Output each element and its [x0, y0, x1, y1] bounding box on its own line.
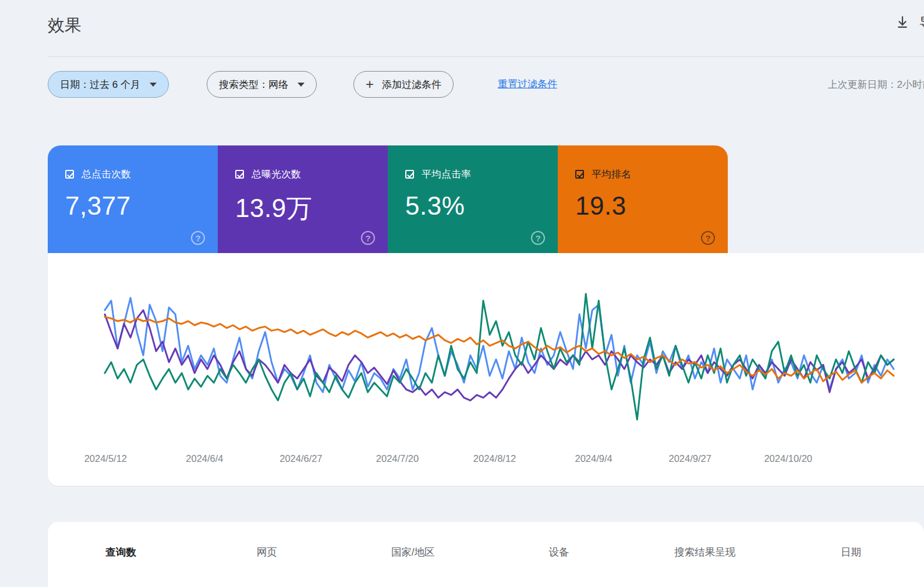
date-filter-chip[interactable]: 日期：过去 6 个月 — [48, 71, 169, 98]
dimensions-table-card: 查询数 网页 国家/地区 设备 搜索结果呈现 日期 — [48, 522, 924, 587]
tab-countries[interactable]: 国家/地区 — [340, 545, 486, 559]
x-tick-label: 2024/7/20 — [376, 453, 419, 464]
metric-value: 7,377 — [65, 191, 218, 220]
chart-x-axis: 2024/5/12 2024/6/4 2024/6/27 2024/7/20 2… — [48, 453, 924, 471]
filter-bar: 日期：过去 6 个月 搜索类型：网络 + 添加过滤条件 重置过滤条件 上次更新日… — [48, 71, 924, 98]
export-label[interactable]: 导 — [919, 14, 924, 31]
metric-value: 5.3% — [405, 191, 558, 220]
metric-cards-row: 总点击次数 7,377 ? 总曝光次数 13.9万 ? 平均点击率 5.3% ?… — [48, 145, 728, 253]
export-area: 导 — [895, 14, 924, 31]
tab-pages[interactable]: 网页 — [194, 545, 340, 559]
help-icon[interactable]: ? — [191, 231, 205, 245]
performance-chart-card: 2024/5/12 2024/6/4 2024/6/27 2024/7/20 2… — [48, 253, 924, 486]
help-icon[interactable]: ? — [361, 231, 375, 245]
checkbox-checked-icon[interactable] — [405, 170, 414, 179]
download-icon[interactable] — [895, 15, 910, 30]
metric-label: 总曝光次数 — [252, 168, 301, 181]
plus-icon: + — [366, 76, 374, 93]
x-tick-label: 2024/10/20 — [764, 453, 812, 464]
help-icon[interactable]: ? — [701, 231, 715, 245]
help-icon[interactable]: ? — [531, 231, 545, 245]
checkbox-checked-icon[interactable] — [575, 170, 584, 179]
date-filter-label: 日期：过去 6 个月 — [60, 78, 140, 91]
last-updated-text: 上次更新日期：2小时前 — [828, 78, 924, 91]
search-type-filter-label: 搜索类型：网络 — [219, 78, 288, 91]
tab-search-appearance[interactable]: 搜索结果呈现 — [632, 545, 778, 559]
metric-card-position[interactable]: 平均排名 19.3 ? — [558, 145, 728, 253]
chevron-down-icon — [298, 83, 305, 87]
performance-chart-svg[interactable] — [48, 265, 924, 451]
tab-dates[interactable]: 日期 — [778, 545, 924, 559]
checkbox-checked-icon[interactable] — [235, 170, 244, 179]
tab-queries[interactable]: 查询数 — [48, 545, 194, 559]
metric-label: 平均排名 — [592, 168, 631, 181]
chevron-down-icon — [150, 83, 157, 87]
metric-card-impressions[interactable]: 总曝光次数 13.9万 ? — [218, 145, 388, 253]
x-tick-label: 2024/9/4 — [575, 453, 612, 464]
x-tick-label: 2024/6/4 — [186, 453, 223, 464]
metric-card-ctr[interactable]: 平均点击率 5.3% ? — [388, 145, 558, 253]
dimension-tabs: 查询数 网页 国家/地区 设备 搜索结果呈现 日期 — [48, 522, 924, 559]
metric-value: 13.9万 — [235, 191, 388, 226]
chart-line-2 — [105, 294, 894, 419]
checkbox-checked-icon[interactable] — [65, 170, 74, 179]
search-type-filter-chip[interactable]: 搜索类型：网络 — [207, 71, 317, 98]
x-tick-label: 2024/6/27 — [279, 453, 322, 464]
chart-line-1 — [105, 310, 894, 400]
metric-value: 19.3 — [575, 191, 728, 220]
metric-card-clicks[interactable]: 总点击次数 7,377 ? — [48, 145, 218, 253]
add-filter-label: 添加过滤条件 — [382, 78, 441, 91]
x-tick-label: 2024/9/27 — [668, 453, 711, 464]
metric-label: 总点击次数 — [82, 168, 131, 181]
x-tick-label: 2024/8/12 — [473, 453, 516, 464]
add-filter-chip[interactable]: + 添加过滤条件 — [353, 71, 454, 98]
metric-label: 平均点击率 — [422, 168, 471, 181]
tab-devices[interactable]: 设备 — [486, 545, 632, 559]
x-tick-label: 2024/5/12 — [84, 453, 127, 464]
header-divider — [48, 56, 924, 57]
page-title: 效果 — [48, 14, 82, 37]
reset-filters-link[interactable]: 重置过滤条件 — [498, 77, 557, 91]
